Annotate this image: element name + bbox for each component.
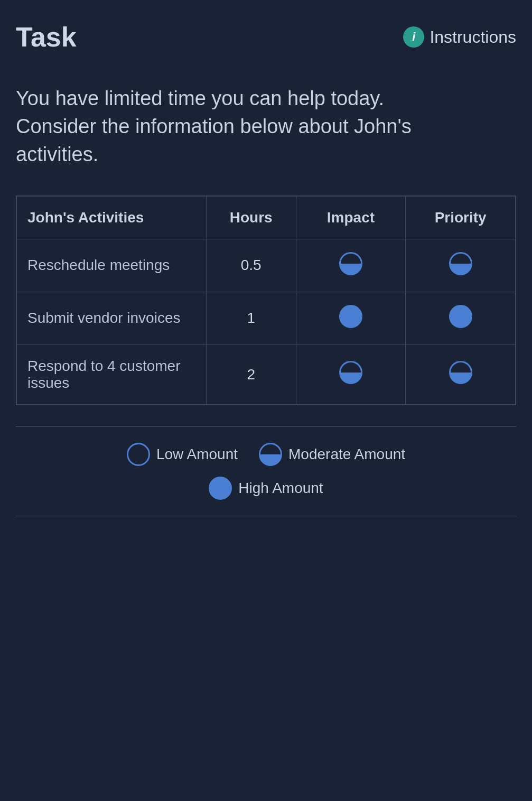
activities-table: John's Activities Hours Impact Priority … <box>16 196 516 405</box>
priority-indicator-2 <box>449 361 472 384</box>
priority-indicator-1 <box>449 305 472 328</box>
cell-activity-2: Respond to 4 customer issues <box>17 344 207 404</box>
legend-container: Low Amount Moderate Amount High Amount <box>16 426 516 516</box>
instructions-label: Instructions <box>430 27 516 47</box>
cell-activity-0: Reschedule meetings <box>17 239 207 292</box>
legend-moderate-label: Moderate Amount <box>288 446 405 463</box>
cell-impact-2 <box>296 344 406 404</box>
impact-indicator-2 <box>339 361 362 384</box>
col-header-priority: Priority <box>406 196 516 239</box>
cell-priority-0 <box>406 239 516 292</box>
legend-row-1: Low Amount Moderate Amount <box>26 443 506 466</box>
low-amount-icon <box>127 443 150 466</box>
instructions-button[interactable]: i Instructions <box>403 26 516 48</box>
page-title: Task <box>16 21 77 53</box>
table-row: Respond to 4 customer issues2 <box>17 344 516 404</box>
legend-row-2: High Amount <box>26 477 506 500</box>
cell-priority-2 <box>406 344 516 404</box>
moderate-amount-icon <box>259 443 282 466</box>
col-header-hours: Hours <box>206 196 296 239</box>
page-description: You have limited time you can help today… <box>16 85 465 169</box>
activities-table-container: John's Activities Hours Impact Priority … <box>16 195 516 405</box>
col-header-activity: John's Activities <box>17 196 207 239</box>
cell-hours-1: 1 <box>206 292 296 344</box>
impact-indicator-1 <box>339 305 362 328</box>
cell-priority-1 <box>406 292 516 344</box>
cell-hours-2: 2 <box>206 344 296 404</box>
table-header-row: John's Activities Hours Impact Priority <box>17 196 516 239</box>
legend-item-high: High Amount <box>209 477 323 500</box>
impact-indicator-0 <box>339 252 362 275</box>
legend-low-label: Low Amount <box>156 446 238 463</box>
col-header-impact: Impact <box>296 196 406 239</box>
page-header: Task i Instructions <box>16 21 516 53</box>
info-icon: i <box>403 26 424 48</box>
legend-high-label: High Amount <box>238 480 323 497</box>
cell-hours-0: 0.5 <box>206 239 296 292</box>
cell-impact-1 <box>296 292 406 344</box>
legend-item-moderate: Moderate Amount <box>259 443 405 466</box>
table-row: Submit vendor invoices1 <box>17 292 516 344</box>
cell-activity-1: Submit vendor invoices <box>17 292 207 344</box>
legend-item-low: Low Amount <box>127 443 238 466</box>
high-amount-icon <box>209 477 232 500</box>
cell-impact-0 <box>296 239 406 292</box>
priority-indicator-0 <box>449 252 472 275</box>
table-row: Reschedule meetings0.5 <box>17 239 516 292</box>
